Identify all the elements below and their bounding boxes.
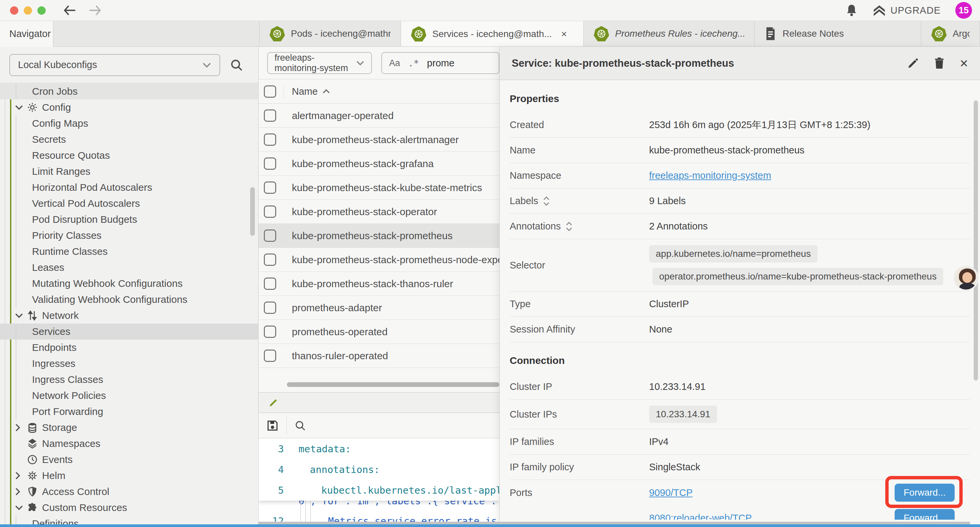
sidebar-item-services[interactable]: Services — [0, 323, 258, 339]
row-checkbox[interactable] — [264, 350, 276, 362]
sidebar-item-mutating-webhook-configurations[interactable]: Mutating Webhook Configurations — [0, 275, 258, 291]
sidebar-item-validating-webhook-configurations[interactable]: Validating Webhook Configurations — [0, 291, 258, 307]
bell-icon[interactable] — [845, 4, 858, 17]
table-row[interactable]: kube-prometheus-stack-alertmanager — [259, 128, 500, 152]
chevron-right-icon[interactable] — [15, 471, 25, 480]
chevron-down-icon[interactable] — [15, 104, 25, 110]
sidebar-item-limit-ranges[interactable]: Limit Ranges — [0, 164, 258, 180]
close-window-button[interactable] — [10, 6, 18, 15]
table-row[interactable]: kube-prometheus-stack-prometheus-node-ex… — [259, 248, 500, 272]
edit-icon[interactable] — [907, 57, 919, 69]
select-all-checkbox[interactable] — [264, 85, 276, 98]
row-checkbox[interactable] — [264, 110, 276, 122]
table-row[interactable]: prometheus-operated — [259, 320, 500, 344]
navigator-panel-tab[interactable]: Navigator — [0, 21, 53, 47]
tab-services-icecheng-math[interactable]: Services - icecheng@math...× — [401, 21, 584, 46]
namespace-link[interactable]: freeleaps-monitoring-system — [649, 170, 771, 181]
sidebar-item-endpoints[interactable]: Endpoints — [0, 339, 258, 355]
sidebar-item-vertical-pod-autoscalers[interactable]: Vertical Pod Autoscalers — [0, 196, 258, 212]
sidebar-item-pod-disruption-budgets[interactable]: Pod Disruption Budgets — [0, 212, 258, 228]
row-checkbox[interactable] — [264, 229, 276, 242]
table-row[interactable]: kube-prometheus-stack-prometheus — [259, 224, 500, 248]
table-row[interactable]: kube-prometheus-stack-kube-state-metrics — [259, 176, 500, 200]
sidebar-item-priority-classes[interactable]: Priority Classes — [0, 228, 258, 244]
sidebar-item-ingresses[interactable]: Ingresses — [0, 355, 258, 372]
sidebar-item-cron-jobs[interactable]: Cron Jobs — [0, 83, 258, 99]
row-checkbox[interactable] — [264, 253, 276, 266]
row-checkbox[interactable] — [264, 205, 276, 218]
table-row[interactable]: alertmanager-operated — [259, 104, 500, 128]
tab-release-notes[interactable]: Release Notes — [754, 21, 921, 46]
sidebar-item-ingress-classes[interactable]: Ingress Classes — [0, 372, 258, 388]
row-checkbox[interactable] — [264, 158, 276, 170]
port-link[interactable]: 8080:reloader-web/TCP — [649, 513, 752, 520]
delete-icon[interactable] — [934, 57, 945, 70]
name-column-header[interactable]: Name — [292, 86, 318, 97]
sidebar-item-config[interactable]: Config — [0, 99, 258, 115]
upgrade-button[interactable]: UPGRADE — [873, 4, 941, 17]
chevron-down-icon[interactable] — [15, 505, 25, 511]
zoom-window-button[interactable] — [37, 6, 46, 15]
minimize-window-button[interactable] — [24, 6, 32, 15]
horizontal-scrollbar[interactable] — [287, 382, 500, 387]
sidebar-item-storage[interactable]: Storage — [0, 420, 258, 436]
sidebar-item-port-forwarding[interactable]: Port Forwarding — [0, 404, 258, 420]
sidebar-scrollbar[interactable] — [250, 187, 255, 236]
port-link[interactable]: 9090/TCP — [649, 487, 693, 498]
row-checkbox[interactable] — [264, 277, 276, 290]
back-icon[interactable] — [63, 5, 76, 16]
sidebar-item-definitions[interactable]: Definitions — [0, 516, 258, 524]
row-checkbox[interactable] — [264, 326, 276, 338]
namespace-filter-select[interactable]: freeleaps-monitoring-system — [267, 52, 372, 74]
yaml-editor[interactable]: 3metadata:4annotations:5kubectl.kubernet… — [259, 439, 500, 522]
service-name: kube-prometheus-stack-operator — [292, 206, 437, 218]
sort-ascending-icon[interactable] — [322, 89, 330, 94]
resource-search-input[interactable]: Aa .* prome — [381, 52, 500, 74]
table-row[interactable]: prometheus-adapter — [259, 296, 500, 320]
row-checkbox[interactable] — [264, 182, 276, 194]
close-icon[interactable]: × — [960, 56, 968, 70]
tab-pods-icecheng-mathmas[interactable]: Pods - icecheng@mathmas... — [259, 21, 401, 46]
kubeconfig-select[interactable]: Local Kubeconfigs — [10, 54, 220, 76]
sidebar-item-network-policies[interactable]: Network Policies — [0, 388, 258, 404]
tab-argo-se[interactable]: Argo Se — [921, 21, 980, 46]
editor-tab-next-partial[interactable] — [259, 393, 500, 412]
row-checkbox[interactable] — [264, 301, 276, 314]
expand-collapse-icon[interactable] — [565, 221, 573, 231]
sidebar-item-network[interactable]: Network — [0, 307, 258, 323]
regex-toggle[interactable]: .* — [408, 58, 419, 68]
table-row[interactable]: kube-prometheus-stack-grafana — [259, 152, 500, 176]
table-row[interactable]: kube-prometheus-stack-thanos-ruler — [259, 272, 500, 296]
detail-row-label: Ports — [510, 487, 532, 498]
sidebar-item-leases[interactable]: Leases — [0, 260, 258, 275]
forward-button[interactable]: Forward... — [895, 509, 955, 520]
sidebar-search-icon[interactable] — [229, 58, 243, 72]
chevron-down-icon[interactable] — [15, 312, 25, 318]
sidebar-item-namespaces[interactable]: Namespaces — [0, 436, 258, 452]
forward-icon[interactable] — [88, 5, 102, 16]
expand-collapse-icon[interactable] — [543, 196, 550, 206]
tab-prometheus-rules-icecheng[interactable]: Prometheus Rules - icecheng... — [584, 21, 754, 46]
notification-count-badge[interactable]: 15 — [955, 2, 972, 19]
sidebar-item-secrets[interactable]: Secrets — [0, 131, 258, 147]
chevron-right-icon[interactable] — [15, 423, 25, 432]
sidebar-item-access-control[interactable]: Access Control — [0, 484, 258, 500]
save-icon[interactable] — [266, 419, 279, 432]
chevron-right-icon[interactable] — [15, 487, 25, 496]
user-avatar[interactable] — [953, 266, 978, 291]
detail-scrollbar[interactable] — [974, 100, 978, 381]
sidebar-item-config-maps[interactable]: Config Maps — [0, 115, 258, 131]
sidebar-item-events[interactable]: Events — [0, 452, 258, 468]
sidebar-item-custom-resources[interactable]: Custom Resources — [0, 500, 258, 516]
sidebar-item-horizontal-pod-autoscalers[interactable]: Horizontal Pod Autoscalers — [0, 180, 258, 196]
forward-button[interactable]: Forward... — [895, 484, 955, 502]
sidebar-item-helm[interactable]: Helm — [0, 468, 258, 484]
sidebar-item-runtime-classes[interactable]: Runtime Classes — [0, 244, 258, 260]
table-row[interactable]: thanos-ruler-operated — [259, 344, 500, 368]
editor-search-icon[interactable] — [294, 420, 306, 431]
sidebar-item-resource-quotas[interactable]: Resource Quotas — [0, 147, 258, 164]
match-case-toggle[interactable]: Aa — [389, 58, 400, 68]
row-checkbox[interactable] — [264, 134, 276, 146]
close-tab-icon[interactable]: × — [561, 29, 567, 40]
table-row[interactable]: kube-prometheus-stack-operator — [259, 200, 500, 224]
